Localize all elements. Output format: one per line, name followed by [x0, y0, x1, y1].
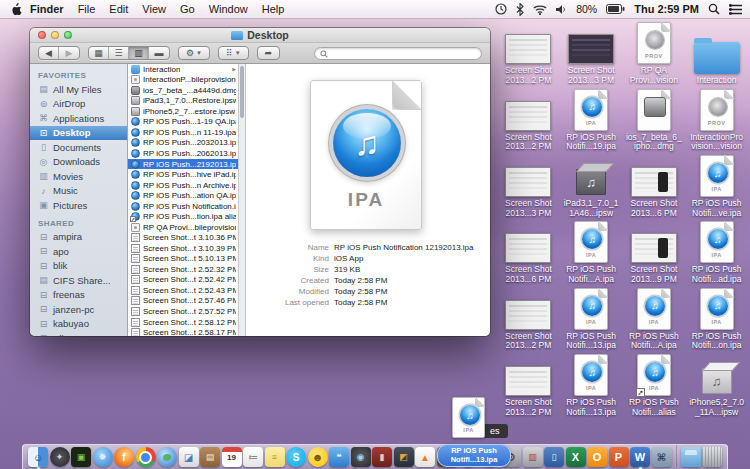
dock-item[interactable]: O [587, 447, 607, 467]
volume-icon[interactable] [556, 4, 567, 15]
sidebar-shared-item[interactable]: ⊟ kabuyao [30, 317, 127, 332]
dock-item[interactable]: ≔ [243, 447, 263, 467]
file-row[interactable]: Screen Shot...t 2.52.32 PM [128, 264, 238, 275]
desktop-icon[interactable]: ♫IPA RP iOS Push Notifi...19.ipa [560, 86, 623, 152]
file-row[interactable]: iPhone5,2_7...estore.ipsw [128, 106, 238, 117]
coverflow-view-button[interactable]: ▬ [149, 47, 169, 59]
dock-item[interactable]: ❝ [329, 447, 349, 467]
scrollbar-thumb[interactable] [240, 66, 244, 118]
dock-item[interactable]: ≡ [265, 447, 285, 467]
file-row[interactable]: Screen Shot...t 3.10.36 PM [128, 233, 238, 244]
file-row[interactable]: RP iOS Push...n 11-19.ipa [128, 127, 238, 138]
dock-item[interactable]: ✵ [93, 447, 113, 467]
sidebar-item[interactable]: ▣ Pictures [30, 198, 127, 213]
desktop-icon[interactable]: Interaction [685, 20, 748, 86]
action-menu-button[interactable]: ⚙▼ [178, 46, 210, 60]
dock-item[interactable]: ◪ [179, 447, 199, 467]
dock-item[interactable]: f [114, 447, 134, 467]
file-row[interactable]: RP iOS Push Notification.ipa [128, 201, 238, 212]
dock-item[interactable]: S [286, 447, 306, 467]
dock-item[interactable]: ▲ [415, 447, 435, 467]
forward-button[interactable]: ▶ [59, 47, 79, 59]
desktop-icon[interactable]: ♫IPA RP iOS Push Notifi...A.ipa [560, 219, 623, 285]
desktop-icon[interactable]: ♫IPA RP iOS Push Notifi...ve.ipa [685, 153, 748, 219]
file-row[interactable]: iPad3,1_7.0...Restore.ipsw [128, 96, 238, 107]
menu-item[interactable]: Help [262, 3, 285, 15]
scrollbar-track[interactable] [238, 64, 246, 336]
file-row[interactable]: RP iOS Push...1-19 QA.ipa [128, 117, 238, 128]
ipa-file-preview-icon[interactable]: ♫ IPA [310, 80, 422, 230]
file-row[interactable]: RP iOS Push...2192013.ipa [128, 159, 238, 170]
file-row[interactable]: RP iOS Push...n Archive.ipa [128, 180, 238, 191]
file-row[interactable]: RP QA Provi...bileprovision [128, 222, 238, 233]
sidebar-item[interactable]: ▯ Documents [30, 140, 127, 155]
file-row[interactable]: Screen Shot...t 2.57.46 PM [128, 296, 238, 307]
sidebar-shared-item[interactable]: ⊟ blik [30, 259, 127, 274]
battery-icon[interactable] [606, 4, 625, 14]
file-row[interactable]: Screen Shot...t 2.52.43 PM [128, 285, 238, 296]
dock-item[interactable]: X [566, 447, 586, 467]
sidebar-item[interactable]: ▤ All My Files [30, 82, 127, 97]
menu-item[interactable]: Go [180, 3, 195, 15]
desktop-icon[interactable]: Screen Shot 2013...3 PM [560, 20, 623, 86]
dragged-ipa-file[interactable]: ♫IPA [452, 397, 485, 438]
dock-item[interactable]: ▥ [523, 447, 543, 467]
desktop-icon[interactable]: ♫IPA➚ RP iOS Push Notifi...alias [623, 352, 686, 418]
sidebar-item[interactable]: ⊚ AirDrop [30, 97, 127, 112]
file-row[interactable]: RP iOS Push...ation QA.ipa [128, 190, 238, 201]
sidebar-shared-item[interactable]: ⊟ ampira [30, 230, 127, 245]
desktop-icon[interactable]: PROV InteractionPro vision...vision [685, 86, 748, 152]
dock-item[interactable]: ☻ [308, 447, 328, 467]
menu-clock[interactable]: Thu 2:59 PM [634, 3, 699, 15]
desktop-icon[interactable]: ♫IPA RP iOS Push Notifi...13.ipa [560, 285, 623, 351]
back-button[interactable]: ◀ [39, 47, 59, 59]
dock-item[interactable]: ▯ [544, 447, 564, 467]
desktop-icon[interactable]: Screen Shot 2013...2 PM [497, 20, 560, 86]
list-view-button[interactable]: ☰ [109, 47, 129, 59]
menu-item[interactable]: View [142, 3, 166, 15]
desktop-icon[interactable]: ios_7_beta_6_ ipho...dmg [623, 86, 686, 152]
dock-item[interactable]: ▮ [372, 447, 392, 467]
search-input[interactable] [331, 48, 476, 58]
file-row[interactable]: Screen Shot...t 3.10.39 PM [128, 243, 238, 254]
menu-item[interactable]: Window [209, 3, 248, 15]
time-machine-icon[interactable] [495, 3, 507, 15]
desktop-icon[interactable]: Screen Shot 2013...9 PM [623, 219, 686, 285]
icon-view-button[interactable]: ▦ [89, 47, 109, 59]
file-row[interactable]: Screen Shot...t 2.52.42 PM [128, 275, 238, 286]
sidebar-item[interactable]: ◎ Downloads [30, 155, 127, 170]
file-row[interactable]: Screen Shot...t 5.10.13 PM [128, 254, 238, 265]
share-button[interactable]: ➦ [257, 46, 281, 60]
dock-item[interactable]: ▣ [71, 447, 91, 467]
desktop-icon[interactable]: ♫IPA RP iOS Push Notifi...on.ipa [685, 285, 748, 351]
desktop-icon[interactable]: ♫ iPad3,1_7.0_1 1A46...ipsw [560, 153, 623, 219]
arrange-menu-button[interactable]: ⠿▼ [218, 46, 249, 60]
dock-item[interactable] [136, 447, 156, 467]
sidebar-shared-item[interactable]: ⊟ freenas [30, 288, 127, 303]
dock-item[interactable]: W [630, 447, 650, 467]
menu-app-name[interactable]: Finder [30, 3, 64, 15]
sidebar-item[interactable]: ♪ Music [30, 184, 127, 199]
desktop-icon[interactable]: Screen Shot 2013...6 PM [497, 219, 560, 285]
dock-item[interactable]: ⌘ [652, 447, 672, 467]
desktop-icon[interactable]: ♫IPA RP iOS Push Notifi...ad.ipa [685, 219, 748, 285]
desktop-icon[interactable]: PROV RP QA Provi...vision [623, 20, 686, 86]
dock-item[interactable]: 19 [222, 447, 242, 467]
sidebar-item[interactable]: ▥ Movies [30, 169, 127, 184]
dock-item[interactable]: ✦ [50, 447, 70, 467]
bluetooth-icon[interactable] [516, 3, 524, 16]
file-row[interactable]: RP iOS Push...hive iPad.ipa [128, 169, 238, 180]
file-row[interactable]: Interaction ▶ [128, 64, 238, 75]
dock-item[interactable] [157, 447, 177, 467]
file-row[interactable]: RP iOS Push...tion.ipa alias [128, 211, 238, 222]
sidebar-shared-item[interactable]: ▤ CIFS Share... [30, 273, 127, 288]
column-view-button[interactable]: ▥ [129, 47, 149, 59]
desktop-icon[interactable]: ♫IPA RP iOS Push Notifi...A.ipa [623, 285, 686, 351]
sidebar-shared-item[interactable]: ⊞ All... [30, 331, 127, 336]
sidebar-shared-item[interactable]: ⊟ janzen-pc [30, 302, 127, 317]
apple-menu-icon[interactable] [8, 3, 24, 16]
file-row[interactable]: Screen Shot...t 2.58.17 PM [128, 327, 238, 336]
dock-item[interactable]: ◩ [394, 447, 414, 467]
dock-item[interactable] [681, 447, 701, 467]
desktop-icon[interactable]: Screen Shot 2013...3 PM [497, 153, 560, 219]
